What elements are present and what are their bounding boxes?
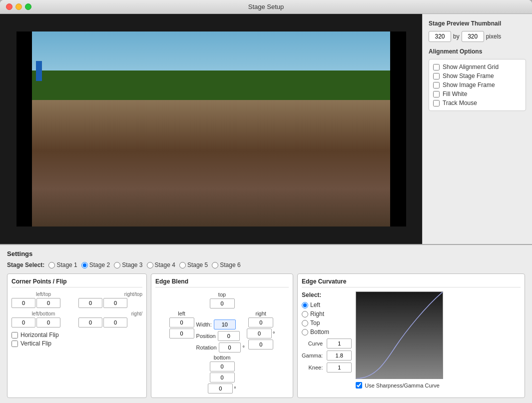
position-input[interactable] (218, 331, 240, 341)
stage-select-row: Stage Select: Stage 1 Stage 2 Stage 3 St… (7, 262, 525, 268)
corner-points-panel: Corner Points / Flip left/top right/top (7, 274, 147, 398)
edge-curvature-panel: Edge Curvature Select: Left Right (297, 274, 525, 398)
right-top-group: right/top (78, 292, 142, 308)
show-alignment-grid-label: Show Alignment Grid (443, 64, 499, 70)
horizontal-flip-checkbox[interactable] (11, 332, 18, 338)
lt-y-input[interactable] (36, 298, 60, 308)
left-radio-item: Left (302, 302, 352, 308)
vertical-flip-checkbox[interactable] (11, 340, 18, 347)
stage-4-radio[interactable] (147, 262, 153, 268)
close-button[interactable] (6, 4, 12, 10)
curve-input[interactable] (327, 338, 352, 348)
show-stage-frame-checkbox[interactable] (433, 73, 440, 80)
vertical-flip-item: Vertical Flip (11, 340, 142, 347)
position-label: Position (196, 333, 216, 339)
fill-white-label: Fill White (443, 90, 467, 98)
svg-rect-0 (356, 292, 443, 378)
panels-row: Corner Points / Flip left/top right/top (7, 274, 525, 398)
maximize-button[interactable] (25, 4, 31, 10)
right-radio-item: Right (302, 310, 352, 318)
bottom-label: Bottom (310, 328, 329, 336)
rb-y-input[interactable] (103, 318, 127, 328)
main-content: Stage Preview Thumbnail by pixels Alignm… (0, 14, 532, 244)
stage-3-radio[interactable] (114, 262, 120, 268)
stage-5-radio[interactable] (179, 262, 186, 268)
fill-white-checkbox[interactable] (433, 91, 440, 98)
edge-bottom-input-2[interactable] (210, 372, 235, 382)
track-mouse-row: Track Mouse (433, 100, 522, 106)
top-label: Top (310, 320, 320, 326)
stage-1-item: Stage 1 (48, 262, 77, 268)
bottom-radio[interactable] (302, 329, 308, 336)
edge-right-input-3[interactable] (248, 340, 273, 350)
stage-1-radio[interactable] (48, 262, 55, 268)
lb-x-input[interactable] (11, 318, 35, 328)
stage-3-label: Stage 3 (122, 262, 142, 268)
horizontal-flip-item: Horizontal Flip (11, 332, 142, 338)
curve-graph (356, 292, 443, 379)
edge-right-input-2[interactable] (247, 328, 272, 338)
stage-6-radio[interactable] (212, 262, 218, 268)
track-mouse-checkbox[interactable] (433, 100, 440, 106)
edge-bottom-input-1[interactable] (210, 362, 235, 372)
left-bottom-group: left/bottom (11, 311, 75, 328)
vertical-flip-label: Vertical Flip (20, 340, 51, 347)
edge-right-input-1[interactable] (248, 318, 273, 328)
stage-2-label: Stage 2 (89, 262, 110, 268)
top-radio[interactable] (302, 320, 308, 326)
stage-4-label: Stage 4 (155, 262, 175, 268)
left-top-group: left/top (11, 292, 75, 308)
right-label: Right (310, 310, 324, 318)
width-label: Width: (196, 322, 212, 328)
lb-y-input[interactable] (36, 318, 60, 328)
edge-top-input-1[interactable] (210, 298, 235, 308)
rt-y-input[interactable] (103, 298, 127, 308)
rb-x-input[interactable] (78, 318, 102, 328)
stage-select-label: Stage Select: (7, 262, 44, 268)
bottom-radio-item: Bottom (302, 328, 352, 336)
left-radio[interactable] (302, 302, 308, 308)
rt-x-input[interactable] (78, 298, 102, 308)
window-title: Stage Setup (248, 3, 284, 10)
show-alignment-grid-row: Show Alignment Grid (433, 64, 522, 70)
stage-1-label: Stage 1 (56, 262, 77, 268)
stage-2-item: Stage 2 (81, 262, 110, 268)
show-image-frame-checkbox[interactable] (433, 82, 440, 88)
top-radio-item: Top (302, 320, 352, 326)
minimize-button[interactable] (15, 4, 22, 10)
settings-title: Settings (7, 250, 525, 258)
track-mouse-label: Track Mouse (443, 100, 477, 106)
thumbnail-width-input[interactable] (429, 31, 451, 42)
gamma-input[interactable] (327, 350, 352, 360)
lt-x-input[interactable] (11, 298, 35, 308)
edge-right-label: right (255, 310, 266, 316)
use-sharpness-row: Use Sharpness/Gamma Curve (356, 382, 440, 388)
right-radio[interactable] (302, 311, 308, 318)
edge-left-input-1[interactable] (169, 318, 194, 328)
stage-5-label: Stage 5 (187, 262, 208, 268)
show-alignment-grid-checkbox[interactable] (433, 64, 440, 70)
show-stage-frame-label: Show Stage Frame (443, 72, 494, 80)
rotation-label: Rotation (196, 344, 217, 350)
edge-left-input-2[interactable] (169, 328, 194, 338)
right-bottom-group: right/ (78, 311, 142, 328)
alignment-options: Show Alignment Grid Show Stage Frame Sho… (429, 59, 526, 111)
stage-5-item: Stage 5 (179, 262, 208, 268)
thumbnail-by-label: by (453, 33, 460, 40)
alignment-section-title: Alignment Options (429, 48, 526, 55)
knee-input[interactable] (327, 362, 352, 372)
stage-6-label: Stage 6 (220, 262, 240, 268)
edge-top-label: top (218, 292, 226, 298)
use-sharpness-checkbox[interactable] (356, 382, 362, 388)
stage-image (16, 32, 406, 226)
edge-bottom-input-3[interactable] (208, 384, 233, 394)
thumbnail-row: by pixels (429, 31, 526, 42)
curve-main: Select: Left Right (302, 292, 521, 388)
rotation-input[interactable] (219, 342, 241, 352)
thumbnail-height-input[interactable] (462, 31, 484, 42)
stage-2-radio[interactable] (81, 262, 88, 268)
left-label: Left (310, 302, 320, 308)
width-input[interactable] (214, 320, 236, 330)
edge-left-label: left (178, 310, 185, 316)
edge-blend-panel: Edge Blend top left (151, 274, 293, 398)
